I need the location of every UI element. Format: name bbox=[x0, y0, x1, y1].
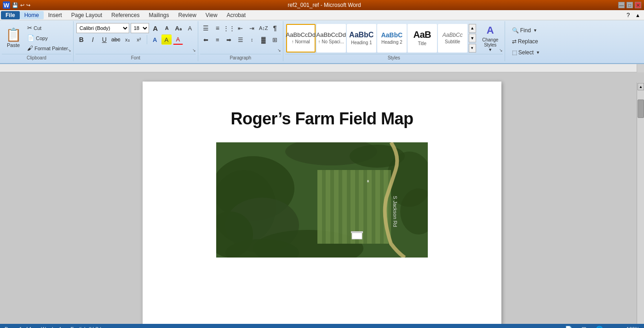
font-row-2: B I U abc x₂ x² A A A bbox=[76, 35, 183, 45]
menu-review[interactable]: Review bbox=[173, 11, 201, 19]
para-row-1: ☰ ≡ ⋮⋮ ⇤ ⇥ A↕Z ¶ bbox=[201, 23, 280, 33]
quick-access-redo[interactable]: ↪ bbox=[26, 2, 30, 8]
zoom-slider[interactable]: ━━●━ 100% bbox=[612, 326, 639, 328]
styles-scroll-down[interactable]: ▼ bbox=[469, 34, 476, 42]
style-normal-label: ↑ Normal bbox=[292, 39, 310, 45]
view-print-button[interactable]: 📄 bbox=[565, 326, 572, 328]
maximize-button[interactable]: □ bbox=[627, 2, 633, 8]
cut-icon: ✂ bbox=[27, 24, 32, 31]
increase-indent-button[interactable]: ⇥ bbox=[247, 23, 257, 33]
quick-access-save[interactable]: 💾 bbox=[12, 2, 18, 8]
styles-content: AaBbCcDd ↑ Normal AaBbCcDd ↑ No Spaci...… bbox=[285, 22, 503, 54]
style-heading1[interactable]: AaBbC Heading 1 bbox=[347, 24, 376, 53]
paste-button[interactable]: 📋 Paste bbox=[3, 24, 24, 53]
shading-button[interactable]: ▓ bbox=[259, 35, 269, 45]
farm-image: S Jackson Rd bbox=[216, 142, 428, 258]
line-spacing-button[interactable]: ↕ bbox=[247, 35, 257, 45]
subscript-button[interactable]: x₂ bbox=[122, 35, 132, 45]
menu-view[interactable]: View bbox=[201, 11, 222, 19]
menu-file[interactable]: File bbox=[1, 11, 20, 19]
decrease-indent-button[interactable]: ⇤ bbox=[236, 23, 246, 33]
svg-rect-18 bbox=[342, 170, 347, 244]
style-subtitle[interactable]: AaBbCc Subtitle bbox=[438, 24, 467, 53]
styles-scroll-up[interactable]: ▲ bbox=[469, 24, 476, 33]
svg-point-35 bbox=[368, 180, 369, 182]
font-family-select[interactable]: Calibri (Body) bbox=[76, 23, 129, 33]
align-right-button[interactable]: ➡ bbox=[224, 35, 234, 45]
font-color-button[interactable]: A bbox=[173, 35, 183, 45]
scrollbar-up-button[interactable]: ▲ bbox=[638, 83, 644, 90]
justify-button[interactable]: ☰ bbox=[236, 35, 246, 45]
document-area: Roger’s Farm Field Map bbox=[0, 72, 644, 324]
find-button[interactable]: 🔍 Find ▼ bbox=[508, 25, 544, 35]
svg-rect-13 bbox=[322, 170, 326, 244]
style-heading2[interactable]: AaBbC Heading 2 bbox=[377, 24, 407, 53]
text-highlight-button[interactable]: A bbox=[161, 35, 172, 45]
menu-references[interactable]: References bbox=[107, 11, 144, 19]
font-shrink-button[interactable]: A bbox=[162, 23, 172, 33]
strikethrough-button[interactable]: abc bbox=[111, 35, 121, 45]
paragraph-expand-icon[interactable]: ↘ bbox=[276, 47, 282, 53]
ruler bbox=[0, 64, 644, 72]
font-expand-icon[interactable]: ↘ bbox=[191, 47, 197, 53]
numbered-list-button[interactable]: ≡ bbox=[213, 23, 223, 33]
style-title-label: Title bbox=[418, 41, 426, 47]
style-normal[interactable]: AaBbCcDd ↑ Normal bbox=[286, 24, 316, 53]
format-painter-label: Format Painter bbox=[34, 46, 68, 51]
align-left-button[interactable]: ⬅ bbox=[201, 35, 211, 45]
cut-button[interactable]: ✂ Cut bbox=[25, 23, 70, 33]
text-effects-button[interactable]: A bbox=[150, 35, 160, 45]
svg-rect-17 bbox=[339, 170, 342, 244]
clipboard-section: 📋 Paste ✂ Cut 📄 Copy 🖌 Format Painter Cl… bbox=[0, 21, 74, 61]
style-subtitle-sample: AaBbCc bbox=[443, 32, 463, 38]
quick-access-undo[interactable]: ↩ bbox=[20, 2, 24, 8]
styles-scroll-more[interactable]: ▾ bbox=[469, 44, 476, 53]
paste-label: Paste bbox=[7, 42, 20, 48]
align-center-button[interactable]: ≡ bbox=[213, 35, 223, 45]
menu-acrobat[interactable]: Acrobat bbox=[222, 11, 250, 19]
page-status: Page: 1 of 1 bbox=[5, 326, 32, 328]
bullet-list-button[interactable]: ☰ bbox=[201, 23, 211, 33]
scrollbar-thumb[interactable] bbox=[638, 100, 644, 118]
view-web-button[interactable]: 🌐 bbox=[596, 326, 603, 328]
menu-home[interactable]: Home bbox=[20, 11, 44, 19]
document-title: ref2_001_ref - Microsoft Word bbox=[30, 2, 618, 8]
minimize-button[interactable]: — bbox=[618, 2, 625, 8]
superscript-button[interactable]: x² bbox=[134, 35, 144, 45]
format-painter-button[interactable]: 🖌 Format Painter bbox=[25, 43, 70, 53]
borders-button[interactable]: ⊞ bbox=[270, 35, 280, 45]
change-case-button[interactable]: Aₐ bbox=[173, 23, 184, 33]
ribbon-minimize-icon[interactable]: ▲ bbox=[632, 12, 643, 19]
font-grow-button[interactable]: A bbox=[150, 23, 161, 33]
clipboard-expand-icon[interactable]: ↘ bbox=[67, 47, 72, 53]
title-bar-left: W 💾 ↩ ↪ bbox=[3, 1, 30, 9]
farm-svg: S Jackson Rd bbox=[216, 142, 428, 258]
multilevel-list-button[interactable]: ⋮⋮ bbox=[224, 23, 234, 33]
replace-button[interactable]: ⇄ Replace bbox=[508, 36, 544, 47]
style-title[interactable]: AaB Title bbox=[408, 24, 437, 53]
bold-button[interactable]: B bbox=[76, 35, 86, 45]
styles-expand-icon[interactable]: ↘ bbox=[498, 47, 504, 53]
copy-button[interactable]: 📄 Copy bbox=[25, 33, 70, 43]
close-button[interactable]: ✕ bbox=[635, 2, 641, 8]
font-section: Calibri (Body) 18 11 12 A A Aₐ A B I U a… bbox=[74, 21, 198, 61]
menu-mailings[interactable]: Mailings bbox=[144, 11, 173, 19]
ribbon: 📋 Paste ✂ Cut 📄 Copy 🖌 Format Painter Cl… bbox=[0, 20, 644, 64]
view-fullscreen-button[interactable]: ⊞ bbox=[581, 326, 586, 328]
font-divider bbox=[147, 35, 147, 44]
italic-button[interactable]: I bbox=[88, 35, 98, 45]
show-hide-button[interactable]: ¶ bbox=[270, 23, 280, 33]
underline-button[interactable]: U bbox=[99, 35, 109, 45]
help-icon[interactable]: ? bbox=[624, 11, 632, 19]
change-styles-label: ChangeStyles bbox=[482, 37, 498, 47]
select-button[interactable]: ⬚ Select ▼ bbox=[508, 47, 544, 58]
menu-page-layout[interactable]: Page Layout bbox=[67, 11, 107, 19]
font-size-select[interactable]: 18 11 12 bbox=[131, 23, 149, 33]
style-no-spacing[interactable]: AaBbCcDd ↑ No Spaci... bbox=[316, 24, 346, 53]
font-row-1: Calibri (Body) 18 11 12 A A Aₐ A bbox=[76, 23, 195, 33]
style-subtitle-label: Subtitle bbox=[445, 39, 460, 45]
sort-button[interactable]: A↕Z bbox=[259, 23, 269, 33]
menu-insert[interactable]: Insert bbox=[44, 11, 67, 19]
para-row-2: ⬅ ≡ ➡ ☰ ↕ ▓ ⊞ bbox=[201, 35, 280, 45]
clear-format-button[interactable]: A bbox=[185, 23, 195, 33]
